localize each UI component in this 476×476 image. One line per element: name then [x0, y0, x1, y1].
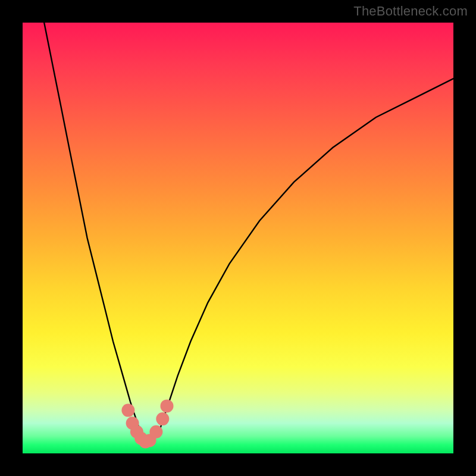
highlight-markers	[121, 399, 173, 448]
chart-frame: TheBottleneck.com	[0, 0, 476, 476]
marker-point	[156, 412, 169, 425]
marker-point	[161, 399, 174, 412]
marker-point	[121, 404, 134, 417]
marker-point	[149, 425, 162, 439]
plot-area	[23, 23, 453, 453]
bottleneck-curve	[44, 23, 453, 443]
curve-layer	[23, 23, 453, 453]
watermark-label: TheBottleneck.com	[353, 4, 468, 19]
